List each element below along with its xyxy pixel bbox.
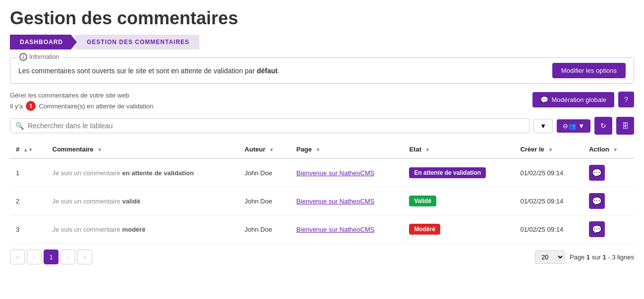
last-page-button[interactable]: » — [77, 249, 92, 264]
tabs-bar: DASHBOARD GESTION DES COMMENTAIRES — [10, 35, 634, 50]
action-button[interactable]: 💬 — [589, 221, 605, 237]
cell-state: En attente de validation — [403, 158, 514, 187]
tab-dashboard[interactable]: DASHBOARD — [10, 35, 77, 50]
page-link[interactable]: Bienvenue sur NatheoCMS — [296, 198, 375, 205]
table-body: 1 Je suis un commentaire en attente de v… — [10, 158, 634, 244]
refresh-icon: ↻ — [600, 122, 606, 130]
cell-comment: Je suis un commentaire en attente de val… — [47, 158, 239, 187]
pending-label-suffix: Commentaire(s) en attente de validation — [39, 102, 153, 110]
cell-comment: Je suis un commentaire modéré — [47, 215, 239, 244]
moderation-globale-button[interactable]: 💬 Modération globale — [532, 92, 614, 107]
cell-created: 01/02/25 09:14 — [514, 215, 583, 244]
cell-created: 01/02/25 09:14 — [514, 158, 583, 187]
state-badge: Modéré — [409, 224, 440, 235]
page-link[interactable]: Bienvenue sur NatheoCMS — [296, 226, 375, 233]
action-button[interactable]: 💬 — [589, 165, 605, 181]
table-row: 3 Je suis un commentaire modéré John Doe… — [10, 215, 634, 244]
cell-state: Modéré — [403, 215, 514, 244]
cell-page: Bienvenue sur NatheoCMS — [291, 215, 404, 244]
table-row: 1 Je suis un commentaire en attente de v… — [10, 158, 634, 187]
cell-comment: Je suis un commentaire validé — [47, 187, 239, 215]
pending-row: Il y'a 1 Commentaire(s) en attente de va… — [10, 101, 154, 111]
pagination-bar: « ‹ 1 › » 20 50 100 Page 1 sur 1 - 3 lig… — [10, 249, 634, 264]
info-legend: i Information — [16, 53, 62, 61]
col-author: Auteur ▼ — [238, 141, 291, 158]
info-legend-text: Information — [29, 53, 59, 60]
info-icon: i — [19, 53, 27, 61]
col-created: Créer le ▼ — [514, 141, 583, 158]
modify-options-button[interactable]: Modifier les options — [552, 63, 626, 78]
search-icon: 🔍 — [15, 122, 24, 130]
subtitle-row: Gérer les commentaires de votre site web… — [10, 92, 634, 111]
page-title: Gestion des commentaires — [10, 8, 634, 29]
info-box: i Information Les commentaires sont ouve… — [10, 57, 634, 84]
search-input[interactable] — [28, 122, 524, 130]
cell-author: John Doe — [238, 215, 291, 244]
page-link[interactable]: Bienvenue sur NatheoCMS — [296, 169, 375, 177]
per-page-select[interactable]: 20 50 100 — [535, 250, 565, 264]
database-icon: 🗄 — [622, 122, 629, 130]
action-button[interactable]: 💬 — [589, 193, 605, 209]
filter-dropdown-arrow: ▼ — [578, 122, 585, 130]
help-button[interactable]: ? — [618, 92, 634, 107]
col-state: Etat ▼ — [403, 141, 514, 158]
comments-table: # ▲▼ Commentaire ▼ Auteur ▼ Page ▼ Etat … — [10, 141, 634, 244]
state-badge: Validé — [409, 196, 436, 206]
cell-created: 01/02/25 09:14 — [514, 187, 583, 215]
page-1-button[interactable]: 1 — [44, 249, 59, 264]
cell-state: Validé — [403, 187, 514, 215]
cell-action: 💬 — [583, 158, 634, 187]
pending-label-prefix: Il y'a — [10, 102, 23, 110]
cell-action: 💬 — [583, 187, 634, 215]
refresh-button[interactable]: ↻ — [594, 117, 612, 135]
cell-page: Bienvenue sur NatheoCMS — [291, 158, 404, 187]
pagination-info: 20 50 100 Page 1 sur 1 - 3 lignes — [535, 250, 634, 264]
search-container: 🔍 — [10, 118, 529, 133]
info-message: Les commentaires sont ouverts sur le sit… — [18, 67, 280, 75]
pagination-buttons: « ‹ 1 › » — [10, 249, 92, 264]
prev-page-button[interactable]: ‹ — [27, 249, 42, 264]
first-page-button[interactable]: « — [10, 249, 25, 264]
cell-num: 1 — [10, 158, 47, 187]
subtitle-text: Gérer les commentaires de votre site web — [10, 92, 154, 99]
cell-author: John Doe — [238, 187, 291, 215]
chat-icon: 💬 — [540, 96, 548, 103]
pending-count-badge: 1 — [26, 101, 36, 111]
toolbar: 🔍 ▼ ⊖👥 ▼ ↻ 🗄 — [10, 117, 634, 135]
subtitle-right: 💬 Modération globale ? — [532, 92, 634, 107]
cell-num: 2 — [10, 187, 47, 215]
subtitle-left: Gérer les commentaires de votre site web… — [10, 92, 154, 111]
export-button[interactable]: 🗄 — [616, 117, 634, 135]
col-comment: Commentaire ▼ — [47, 141, 239, 158]
table-header: # ▲▼ Commentaire ▼ Auteur ▼ Page ▼ Etat … — [10, 141, 634, 158]
col-num: # ▲▼ — [10, 141, 47, 158]
col-page: Page ▼ — [291, 141, 404, 158]
state-badge: En attente de validation — [409, 167, 486, 178]
cell-author: John Doe — [238, 158, 291, 187]
moderation-label: Modération globale — [551, 96, 606, 103]
page-info-text: Page 1 sur 1 - 3 lignes — [570, 253, 634, 261]
tab-gestion[interactable]: GESTION DES COMMENTAIRES — [75, 35, 199, 50]
col-action: Action ▼ — [583, 141, 634, 158]
search-dropdown-button[interactable]: ▼ — [533, 119, 553, 133]
cell-action: 💬 — [583, 215, 634, 244]
users-icon: ⊖👥 — [563, 122, 576, 130]
cell-page: Bienvenue sur NatheoCMS — [291, 187, 404, 215]
table-row: 2 Je suis un commentaire validé John Doe… — [10, 187, 634, 215]
cell-num: 3 — [10, 215, 47, 244]
next-page-button[interactable]: › — [60, 249, 75, 264]
filter-users-button[interactable]: ⊖👥 ▼ — [557, 119, 590, 133]
